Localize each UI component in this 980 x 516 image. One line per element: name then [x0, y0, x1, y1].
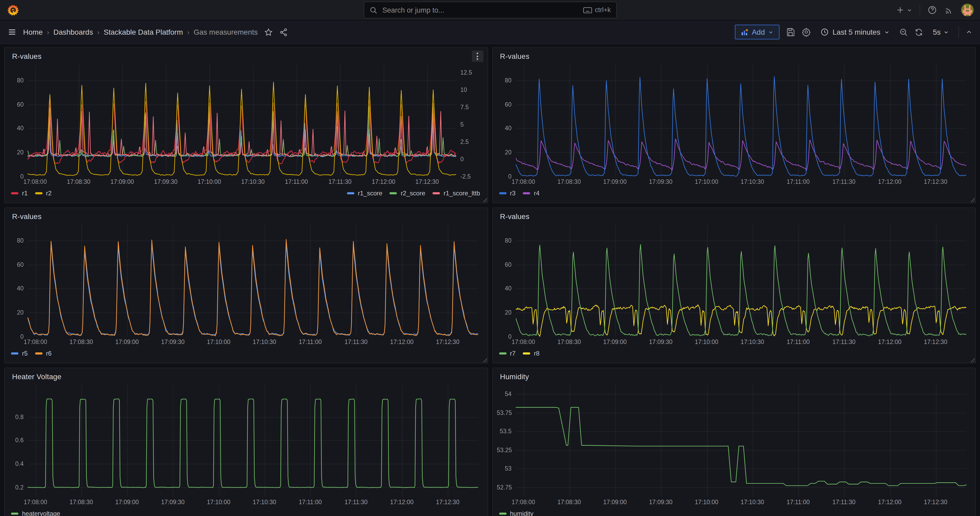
panel-header[interactable]: R-values: [5, 208, 487, 225]
chart-canvas[interactable]: [9, 65, 484, 177]
legend-item-r4[interactable]: r4: [523, 190, 539, 197]
menu-icon[interactable]: [7, 27, 17, 37]
legend-group: r1_scorer2_scorer1_score_lttb: [347, 190, 480, 197]
help-icon[interactable]: [928, 5, 937, 15]
x-axis-tick-label: 17:08:00: [512, 499, 535, 505]
time-range-picker[interactable]: Last 5 minutes: [817, 27, 893, 37]
legend-label: heatervoltage: [22, 510, 60, 516]
star-icon[interactable]: [264, 27, 273, 37]
panel-header[interactable]: R-values: [493, 208, 975, 225]
breadcrumb-folder[interactable]: Stackable Data Platform: [104, 28, 183, 36]
panel-r-values-1: R-values 020406080-2.502.557.51012.517:0…: [4, 47, 488, 203]
y-axis-right-tick-label: 10: [460, 86, 467, 93]
y-axis-tick-label: 60: [9, 261, 24, 268]
legend-swatch: [499, 192, 506, 194]
chart-canvas[interactable]: [497, 225, 971, 337]
time-series-plot: 02040608017:08:0017:08:3017:09:0017:09:3…: [497, 225, 971, 347]
panel-header[interactable]: R-values: [493, 48, 975, 65]
y-axis-tick-label: 0.2: [9, 484, 24, 491]
settings-icon[interactable]: [802, 27, 811, 37]
new-button[interactable]: [896, 6, 912, 14]
legend-item-r6[interactable]: r6: [35, 350, 51, 357]
save-icon[interactable]: [786, 27, 795, 37]
legend-item-heatervoltage[interactable]: heatervoltage: [11, 510, 60, 516]
chevron-down-icon: [907, 7, 912, 13]
legend-item-r8[interactable]: r8: [523, 350, 539, 357]
chart-canvas[interactable]: [497, 65, 971, 177]
legend-item-r5[interactable]: r5: [11, 350, 27, 357]
x-axis-tick-label: 17:09:00: [603, 499, 627, 505]
topbar-actions: [896, 4, 974, 16]
y-axis-tick-label: 53.5: [497, 427, 512, 435]
panel-legend: heatervoltage: [5, 507, 487, 516]
panel-title: Heater Voltage: [12, 373, 61, 381]
refresh-interval-dropdown[interactable]: 5s: [930, 27, 952, 37]
y-axis-right-tick-label: 2.5: [460, 138, 469, 145]
avatar[interactable]: [961, 4, 974, 16]
legend-item-r1_score[interactable]: r1_score: [347, 190, 382, 197]
chart-canvas[interactable]: [9, 225, 484, 337]
breadcrumb-dashboards[interactable]: Dashboards: [53, 28, 93, 36]
legend-item-r7[interactable]: r7: [499, 350, 515, 357]
x-axis-tick-label: 17:12:00: [372, 178, 396, 185]
x-axis-tick-label: 17:08:30: [67, 178, 91, 185]
panel-header[interactable]: R-values: [5, 48, 487, 65]
y-axis-tick-label: 80: [497, 237, 512, 244]
grafana-app: ctrl+k: [0, 0, 980, 516]
panel-resize-handle[interactable]: [482, 197, 487, 202]
panel-r-values-3: R-values 02040608017:08:0017:08:3017:09:…: [4, 207, 488, 363]
legend-item-r3[interactable]: r3: [499, 190, 515, 197]
panel-legend: r3r4: [493, 187, 975, 197]
chart-canvas[interactable]: [9, 385, 484, 497]
y-axis-tick-label: 54: [497, 390, 512, 398]
news-icon[interactable]: [944, 5, 954, 15]
legend-swatch: [35, 352, 42, 355]
panel-resize-handle[interactable]: [482, 358, 487, 362]
y-axis-right-tick-label: 0: [460, 156, 464, 163]
x-axis-tick-label: 17:11:00: [299, 339, 322, 345]
x-axis-tick-label: 17:11:00: [285, 178, 308, 185]
x-axis-tick-label: 17:08:00: [23, 178, 47, 185]
legend-swatch: [499, 352, 506, 355]
legend-item-r2[interactable]: r2: [35, 190, 51, 197]
x-axis-tick-label: 17:10:00: [207, 339, 231, 345]
legend-item-humidity[interactable]: humidity: [499, 510, 533, 516]
panel-header[interactable]: Heater Voltage: [5, 368, 487, 385]
y-axis-tick-label: 20: [9, 149, 24, 156]
legend-swatch: [523, 352, 530, 355]
refresh-icon[interactable]: [915, 27, 923, 37]
x-axis-tick-label: 17:08:00: [24, 499, 47, 505]
y-axis-tick-label: 0: [497, 173, 512, 180]
x-axis-tick-label: 17:12:30: [924, 499, 947, 505]
legend-swatch: [499, 513, 506, 515]
time-series-plot: 52.755353.2553.553.755417:08:0017:08:301…: [497, 385, 971, 507]
legend-label: r2: [46, 190, 51, 197]
legend-item-r2_score[interactable]: r2_score: [390, 190, 425, 197]
add-button[interactable]: Add: [735, 25, 780, 40]
x-axis-tick-label: 17:12:30: [436, 499, 460, 505]
panel-resize-handle[interactable]: [970, 197, 975, 202]
breadcrumb-current: Gas measurements: [194, 28, 258, 36]
x-axis-tick-label: 17:10:30: [741, 339, 764, 345]
share-icon[interactable]: [279, 27, 288, 37]
search-box[interactable]: ctrl+k: [363, 2, 617, 18]
breadcrumb-separator: ›: [187, 28, 189, 36]
y-axis-tick-label: 80: [9, 77, 24, 84]
legend-item-r1[interactable]: r1: [11, 190, 27, 197]
chart-canvas[interactable]: [497, 385, 971, 497]
legend-label: r1: [22, 190, 27, 197]
bar-chart-plus-icon: [741, 28, 749, 36]
grafana-logo[interactable]: [6, 3, 20, 17]
panel-header[interactable]: Humidity: [493, 368, 975, 385]
x-axis-tick-label: 17:12:30: [415, 178, 439, 185]
y-axis-tick-label: 40: [497, 125, 512, 132]
breadcrumb-home[interactable]: Home: [23, 28, 43, 36]
search-input[interactable]: [381, 5, 579, 14]
kebab-menu-icon[interactable]: [472, 50, 483, 62]
legend-item-r1_score_lttb[interactable]: r1_score_lttb: [433, 190, 480, 197]
panel-resize-handle[interactable]: [970, 358, 975, 362]
zoom-out-icon[interactable]: [899, 27, 908, 37]
x-axis-tick-label: 17:10:30: [741, 499, 764, 505]
y-axis-tick-label: 60: [497, 261, 512, 268]
chevron-up-icon[interactable]: [965, 29, 973, 36]
